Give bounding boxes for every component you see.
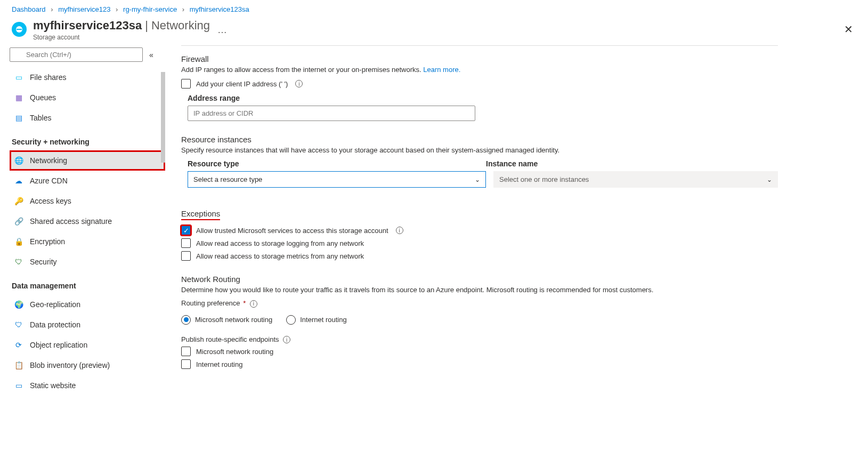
search-input[interactable]: [10, 47, 143, 62]
file-shares-icon: ▭: [14, 73, 23, 82]
info-icon[interactable]: i: [250, 300, 257, 308]
allow-metrics-label: Allow read access to storage metrics fro…: [196, 252, 364, 260]
collapse-sidebar-button[interactable]: «: [149, 51, 153, 59]
page-subtitle: Storage account: [33, 34, 210, 41]
col-resource-type: Resource type: [188, 159, 486, 168]
close-button[interactable]: ✕: [844, 23, 853, 36]
sidebar-group-data-management: Data management: [10, 272, 165, 294]
sidebar-group-security: Security + networking: [10, 128, 165, 150]
allow-metrics-checkbox[interactable]: [181, 251, 191, 261]
sidebar-item-sas[interactable]: 🔗 Shared access signature: [10, 211, 165, 231]
routing-desc: Determine how you would like to route yo…: [181, 286, 778, 294]
add-client-ip-checkbox[interactable]: [181, 79, 191, 89]
resource-type-dropdown[interactable]: Select a resource type ⌄: [188, 171, 486, 188]
breadcrumb: Dashboard › myfhirservice123 › rg-my-fhi…: [0, 0, 868, 15]
sidebar: ⌕ « ▭ File shares ▦ Queues ▤ Tables Secu…: [0, 45, 165, 402]
firewall-heading: Firewall: [181, 54, 778, 63]
info-icon[interactable]: i: [283, 336, 290, 343]
breadcrumb-sep: ›: [116, 5, 118, 13]
firewall-description: Add IP ranges to allow access from the i…: [181, 66, 778, 74]
networking-icon: 🌐: [14, 156, 23, 165]
resource-instances-heading: Resource instances: [181, 135, 778, 144]
address-range-label: Address range: [188, 94, 778, 102]
sidebar-item-access-keys[interactable]: 🔑 Access keys: [10, 191, 165, 211]
publish-internet-routing-label: Internet routing: [196, 360, 242, 368]
chevron-down-icon: ⌄: [767, 176, 772, 183]
storage-account-icon: [12, 22, 27, 37]
add-client-ip-label: Add your client IP address (' '): [196, 80, 288, 88]
allow-trusted-services-label: Allow trusted Microsoft services to acce…: [196, 227, 388, 235]
allow-logging-checkbox[interactable]: [181, 238, 191, 248]
geo-replication-icon: 🌍: [14, 300, 23, 309]
encryption-icon: 🔒: [14, 237, 23, 246]
blob-inventory-icon: 📋: [14, 360, 23, 370]
breadcrumb-link[interactable]: myfhirservice123sa: [190, 5, 249, 13]
sidebar-item-encryption[interactable]: 🔒 Encryption: [10, 231, 165, 252]
sidebar-item-blob-inventory[interactable]: 📋 Blob inventory (preview): [10, 355, 165, 375]
breadcrumb-link[interactable]: myfhirservice123: [58, 5, 110, 13]
publish-ms-routing-label: Microsoft network routing: [196, 348, 273, 356]
allow-logging-label: Allow read access to storage logging fro…: [196, 239, 364, 247]
breadcrumb-link[interactable]: rg-my-fhir-service: [123, 5, 177, 13]
access-keys-icon: 🔑: [14, 196, 23, 206]
sidebar-scrollbar[interactable]: [160, 69, 165, 402]
routing-preference-label: Routing preference: [181, 299, 240, 307]
instance-name-dropdown[interactable]: Select one or more instances ⌄: [493, 171, 778, 188]
breadcrumb-link[interactable]: Dashboard: [12, 5, 46, 13]
queues-icon: ▦: [14, 93, 23, 102]
required-indicator: *: [243, 299, 246, 307]
main-content: Firewall Add IP ranges to allow access f…: [165, 45, 794, 402]
publish-endpoints-label: Publish route-specific endpoints: [181, 335, 279, 343]
svg-rect-1: [17, 29, 22, 30]
cdn-icon: ☁: [14, 176, 23, 186]
info-icon[interactable]: i: [396, 227, 403, 234]
publish-internet-routing-checkbox[interactable]: [181, 359, 191, 369]
resource-instances-desc: Specify resource instances that will hav…: [181, 146, 778, 154]
address-range-input[interactable]: [188, 106, 475, 121]
publish-ms-routing-checkbox[interactable]: [181, 347, 191, 356]
sidebar-item-static-website[interactable]: ▭ Static website: [10, 375, 165, 396]
sidebar-item-azure-cdn[interactable]: ☁ Azure CDN: [10, 171, 165, 191]
routing-pref-internet-radio[interactable]: [286, 315, 296, 325]
exceptions-heading: Exceptions: [181, 209, 220, 220]
sidebar-item-object-replication[interactable]: ⟳ Object replication: [10, 335, 165, 355]
info-icon[interactable]: i: [295, 80, 303, 87]
page-header: myfhirservice123sa|Networking Storage ac…: [0, 15, 868, 45]
sas-icon: 🔗: [14, 216, 23, 226]
sidebar-item-queues[interactable]: ▦ Queues: [10, 87, 165, 108]
sidebar-item-data-protection[interactable]: 🛡 Data protection: [10, 315, 165, 335]
static-website-icon: ▭: [14, 381, 23, 390]
col-instance-name: Instance name: [486, 159, 778, 168]
page-title: myfhirservice123sa|Networking: [33, 19, 210, 33]
firewall-learn-more-link[interactable]: Learn more.: [423, 66, 460, 74]
sidebar-item-networking[interactable]: 🌐 Networking: [10, 150, 165, 171]
sidebar-item-tables[interactable]: ▤ Tables: [10, 108, 165, 128]
more-button[interactable]: …: [217, 25, 228, 36]
sidebar-item-security[interactable]: 🛡 Security: [10, 252, 165, 272]
object-replication-icon: ⟳: [14, 340, 23, 350]
routing-pref-internet-label: Internet routing: [300, 316, 346, 324]
sidebar-nav: ▭ File shares ▦ Queues ▤ Tables Security…: [10, 67, 165, 396]
breadcrumb-sep: ›: [51, 5, 53, 13]
tables-icon: ▤: [14, 113, 23, 123]
routing-heading: Network Routing: [181, 275, 778, 284]
routing-pref-microsoft-radio[interactable]: [181, 315, 191, 325]
security-icon: 🛡: [14, 257, 23, 267]
sidebar-item-file-shares[interactable]: ▭ File shares: [10, 67, 165, 87]
routing-pref-microsoft-label: Microsoft network routing: [195, 316, 272, 324]
sidebar-item-geo-replication[interactable]: 🌍 Geo-replication: [10, 294, 165, 315]
data-protection-icon: 🛡: [14, 320, 23, 330]
allow-trusted-services-checkbox[interactable]: ✓: [181, 226, 191, 235]
breadcrumb-sep: ›: [182, 5, 184, 13]
chevron-down-icon: ⌄: [475, 176, 480, 183]
